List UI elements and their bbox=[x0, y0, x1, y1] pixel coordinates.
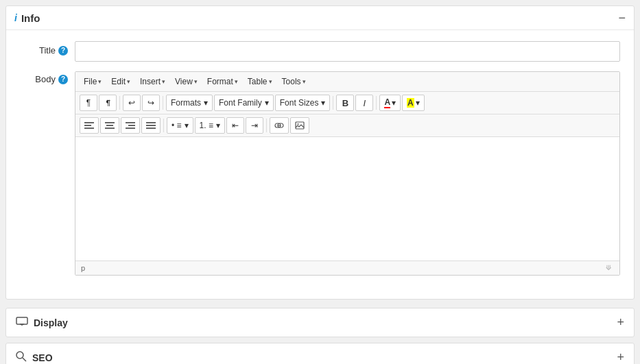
editor-footer: p ⟱ bbox=[75, 260, 619, 275]
bg-color-caret: ▾ bbox=[416, 98, 420, 108]
edit-menu-label: Edit bbox=[111, 77, 126, 86]
font-color-btn[interactable]: A ▾ bbox=[379, 95, 401, 111]
info-section-title: Info bbox=[21, 12, 40, 24]
info-header-left: i Info bbox=[14, 12, 40, 24]
svg-point-14 bbox=[297, 123, 298, 125]
font-family-caret: ▾ bbox=[265, 98, 269, 108]
seo-header-left: SEO bbox=[16, 351, 53, 364]
info-section: i Info − Title ? Body ? bbox=[5, 5, 635, 300]
edit-menu[interactable]: Edit ▾ bbox=[107, 75, 134, 88]
font-color-a: A bbox=[384, 97, 390, 108]
display-icon bbox=[16, 317, 28, 328]
svg-rect-15 bbox=[16, 317, 27, 324]
font-sizes-label: Font Sizes bbox=[280, 98, 319, 108]
file-menu-label: File bbox=[84, 77, 97, 86]
insert-menu-label: Insert bbox=[140, 77, 161, 86]
title-label: Title ? bbox=[20, 41, 75, 56]
seo-section-title: SEO bbox=[32, 352, 53, 363]
table-menu[interactable]: Table ▾ bbox=[244, 75, 276, 88]
view-menu-label: View bbox=[175, 77, 193, 86]
font-sizes-caret: ▾ bbox=[321, 98, 325, 108]
display-header-left: Display bbox=[16, 317, 68, 328]
indent-btn[interactable]: ⇥ bbox=[246, 117, 263, 134]
bg-color-btn[interactable]: A ▾ bbox=[402, 95, 425, 111]
svg-line-19 bbox=[23, 358, 26, 361]
title-input[interactable] bbox=[75, 41, 620, 62]
table-menu-label: Table bbox=[248, 77, 268, 86]
align-center-btn[interactable] bbox=[100, 117, 119, 134]
display-section-header[interactable]: Display + bbox=[6, 308, 634, 337]
bg-color-a: A bbox=[407, 98, 414, 108]
italic-btn[interactable]: I bbox=[355, 95, 373, 111]
bullet-list-btn[interactable]: • ≡ ▾ bbox=[167, 117, 193, 134]
formats-label: Formats bbox=[171, 98, 201, 108]
image-btn[interactable] bbox=[290, 117, 309, 134]
editor-body[interactable] bbox=[75, 137, 619, 260]
numbered-list-btn[interactable]: 1. ≡ ▾ bbox=[195, 117, 225, 134]
svg-rect-13 bbox=[296, 122, 304, 129]
info-collapse-button[interactable]: − bbox=[618, 12, 626, 24]
divider-3 bbox=[333, 96, 333, 110]
info-icon: i bbox=[14, 12, 17, 23]
align-left-btn[interactable] bbox=[80, 117, 99, 134]
svg-point-18 bbox=[16, 352, 23, 359]
format-menu[interactable]: Format ▾ bbox=[203, 75, 242, 88]
editor-toolbar-row2: • ≡ ▾ 1. ≡ ▾ ⇤ ⇥ bbox=[75, 114, 619, 137]
bullet-list-icon: • ≡ bbox=[171, 121, 182, 130]
seo-section: SEO + bbox=[5, 343, 635, 364]
redo-btn[interactable]: ↪ bbox=[142, 95, 160, 111]
undo-btn[interactable]: ↩ bbox=[123, 95, 141, 111]
resize-handle[interactable]: ⟱ bbox=[606, 264, 614, 272]
outdent-btn[interactable]: ⇤ bbox=[226, 117, 244, 134]
align-right-btn[interactable] bbox=[121, 117, 140, 134]
divider-5 bbox=[163, 119, 164, 132]
editor-toolbar-row1: ¶ ¶⃡ ↩ ↪ Formats ▾ Font Family ▾ bbox=[75, 92, 619, 114]
display-section: Display + bbox=[5, 308, 635, 337]
seo-icon bbox=[16, 351, 27, 364]
file-menu[interactable]: File ▾ bbox=[80, 75, 106, 88]
font-sizes-select[interactable]: Font Sizes ▾ bbox=[275, 95, 331, 111]
body-help-icon[interactable]: ? bbox=[58, 75, 68, 84]
insert-menu[interactable]: Insert ▾ bbox=[136, 75, 169, 88]
format-menu-label: Format bbox=[207, 77, 233, 86]
font-family-select[interactable]: Font Family ▾ bbox=[214, 95, 274, 111]
title-label-text: Title bbox=[39, 45, 56, 56]
editor-menubar: File ▾ Edit ▾ Insert ▾ View bbox=[75, 72, 619, 92]
view-menu-caret: ▾ bbox=[194, 78, 198, 85]
insert-menu-caret: ▾ bbox=[162, 78, 165, 85]
display-section-title: Display bbox=[34, 317, 68, 328]
tools-menu-caret: ▾ bbox=[303, 78, 306, 85]
formats-select[interactable]: Formats ▾ bbox=[166, 95, 213, 111]
editor-container: File ▾ Edit ▾ Insert ▾ View bbox=[75, 71, 620, 276]
bold-btn[interactable]: B bbox=[336, 95, 354, 111]
paragraph-btn[interactable]: ¶ bbox=[80, 95, 97, 111]
formats-caret: ▾ bbox=[204, 98, 208, 108]
tools-menu[interactable]: Tools ▾ bbox=[278, 75, 310, 88]
divider-2 bbox=[163, 96, 163, 110]
body-label-text: Body bbox=[35, 74, 56, 84]
editor-path: p bbox=[81, 264, 85, 272]
table-menu-caret: ▾ bbox=[269, 78, 272, 85]
divider-6 bbox=[266, 119, 267, 132]
format-menu-caret: ▾ bbox=[235, 78, 238, 85]
title-row: Title ? bbox=[20, 41, 620, 62]
title-help-icon[interactable]: ? bbox=[58, 46, 68, 56]
divider-1 bbox=[119, 96, 120, 110]
body-row: Body ? File ▾ Edit ▾ bbox=[20, 71, 620, 276]
page-wrapper: i Info − Title ? Body ? bbox=[0, 0, 640, 364]
view-menu[interactable]: View ▾ bbox=[171, 75, 202, 88]
align-justify-btn[interactable] bbox=[141, 117, 161, 134]
display-expand-button[interactable]: + bbox=[617, 315, 624, 330]
seo-section-header[interactable]: SEO + bbox=[6, 343, 634, 364]
body-label: Body ? bbox=[20, 71, 75, 84]
numbered-list-icon: 1. ≡ bbox=[200, 121, 213, 130]
link-btn[interactable] bbox=[270, 117, 289, 134]
file-menu-caret: ▾ bbox=[98, 78, 102, 85]
font-family-label: Font Family bbox=[219, 98, 262, 108]
numbered-caret: ▾ bbox=[216, 121, 220, 130]
tools-menu-label: Tools bbox=[282, 77, 301, 86]
bullet-caret: ▾ bbox=[185, 121, 189, 130]
seo-expand-button[interactable]: + bbox=[617, 350, 624, 364]
info-section-header: i Info − bbox=[6, 6, 634, 30]
ltr-btn[interactable]: ¶⃡ bbox=[99, 95, 117, 111]
